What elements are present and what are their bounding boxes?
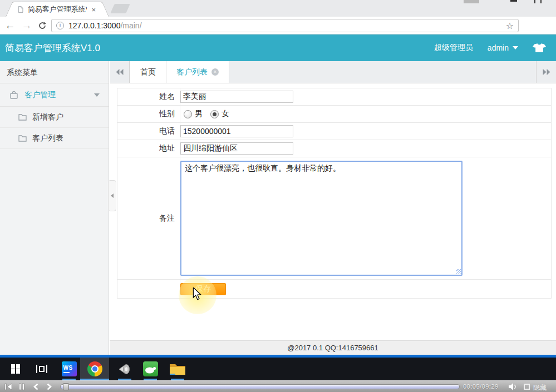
double-arrow-left-icon	[116, 69, 124, 75]
url-host: 127.0.0.1:3000	[68, 21, 120, 30]
collapse-left-icon	[111, 193, 114, 198]
chrome-icon	[87, 361, 102, 376]
app-header: 简易客户管理系统V1.0 超级管理员 admin	[0, 34, 556, 61]
reload-icon[interactable]	[35, 17, 50, 34]
forward-icon: →	[19, 17, 35, 34]
url-path: /main/	[120, 21, 141, 30]
folder-icon	[18, 113, 27, 121]
sidebar-group-label: 客户管理	[24, 90, 56, 100]
address-label: 地址	[117, 140, 180, 157]
previous-button[interactable]	[31, 382, 41, 391]
window-close-icon[interactable]	[534, 0, 542, 3]
window-maximize-icon[interactable]	[510, 0, 517, 2]
sidebar-item-label: 客户列表	[32, 133, 63, 143]
sidebar-item-add-customer[interactable]: 新增客户	[0, 107, 109, 128]
skip-to-start-button[interactable]	[3, 382, 13, 391]
tabs-scroll-left-button[interactable]	[110, 61, 130, 83]
hide-checkbox[interactable]	[524, 384, 530, 390]
user-menu[interactable]: admin	[488, 43, 518, 52]
start-button[interactable]	[4, 358, 27, 380]
remark-textarea[interactable]: 这个客户很漂亮，也很耿直。身材非常的好。	[180, 161, 462, 276]
green-app-icon	[143, 361, 158, 376]
sidebar-collapse-handle[interactable]	[108, 180, 116, 211]
form-row-save: 保存	[117, 280, 551, 299]
video-player-bar: 00:05/09:29 隐藏	[0, 380, 556, 392]
sidebar-item-label: 新增客户	[32, 112, 63, 122]
gender-female-label: 女	[222, 109, 229, 119]
webstorm-icon: WS	[62, 361, 77, 376]
chrome-taskbar-button[interactable]	[80, 358, 109, 380]
page-info-icon[interactable]: i	[56, 22, 64, 29]
address-bar[interactable]: i 127.0.0.1:3000/main/ ☆	[51, 19, 519, 32]
gender-label: 性别	[117, 106, 180, 122]
gender-male-option[interactable]: 男	[184, 109, 203, 119]
tab-home[interactable]: 首页	[130, 61, 166, 83]
phone-label: 电话	[117, 123, 180, 140]
username: admin	[488, 43, 509, 52]
audio-app-taskbar-button[interactable]	[114, 358, 136, 380]
new-tab-button[interactable]	[110, 4, 130, 13]
page-footer: @2017 0.1 QQ:1416759661	[110, 340, 556, 355]
windows-taskbar: WS	[0, 358, 556, 380]
tab-close-icon[interactable]: ×	[91, 6, 96, 13]
window-minimize-icon[interactable]	[464, 0, 479, 3]
tabs-scroll-right-button[interactable]	[536, 61, 556, 83]
sidebar-group-customer-management[interactable]: 客户管理	[0, 83, 109, 107]
task-view-icon	[36, 365, 47, 373]
volume-icon[interactable]	[508, 383, 518, 391]
page-document-icon	[18, 6, 23, 13]
caret-down-icon	[513, 46, 518, 49]
address-input[interactable]	[180, 142, 293, 155]
content-tab-bar: 首页 客户列表 ×	[110, 61, 556, 83]
name-input[interactable]	[180, 91, 293, 103]
bookmark-star-icon[interactable]: ☆	[506, 21, 514, 31]
tab-label: 首页	[140, 67, 156, 77]
radio-female-checked[interactable]	[210, 110, 219, 118]
gender-female-option[interactable]: 女	[210, 109, 229, 119]
remark-label: 备注	[117, 157, 180, 279]
webstorm-taskbar-button[interactable]: WS	[58, 358, 80, 380]
time-display: 00:05/09:29	[463, 383, 499, 390]
pause-button[interactable]	[17, 382, 27, 391]
form-row-phone: 电话	[117, 123, 551, 140]
sidebar: 系统菜单 客户管理 新增客户 客户列表	[0, 61, 109, 355]
back-icon[interactable]: ←	[2, 17, 18, 34]
folder-icon	[18, 135, 27, 142]
browser-tab[interactable]: 简易客户管理系统V1.0 ×	[13, 2, 101, 17]
seek-bar[interactable]	[60, 384, 460, 389]
file-explorer-taskbar-button[interactable]	[166, 358, 189, 380]
name-label: 姓名	[117, 88, 180, 105]
tab-close-icon[interactable]: ×	[211, 68, 219, 76]
task-view-button[interactable]	[31, 358, 52, 380]
seek-handle[interactable]	[63, 383, 69, 390]
textarea-resize-grip[interactable]	[456, 269, 461, 274]
phone-input[interactable]	[180, 125, 293, 137]
radio-male[interactable]	[184, 110, 192, 118]
tab-label: 客户列表	[176, 67, 208, 77]
next-button[interactable]	[44, 382, 54, 391]
shirt-icon[interactable]	[533, 43, 546, 52]
form-row-gender: 性别 男 女	[117, 106, 551, 123]
speaker-app-icon	[117, 362, 132, 376]
windows-logo-icon	[11, 364, 21, 374]
screen: 简易客户管理系统V1.0 × ← → i 127.0.0.1:3000/main…	[0, 0, 556, 392]
tab-customer-list[interactable]: 客户列表 ×	[166, 61, 229, 83]
user-role-label: 超级管理员	[434, 43, 473, 53]
bag-icon	[9, 91, 18, 100]
hide-label[interactable]: 隐藏	[533, 383, 547, 392]
sidebar-title: 系统菜单	[0, 61, 109, 83]
form-row-name: 姓名	[117, 88, 551, 106]
sidebar-item-customer-list[interactable]: 客户列表	[0, 128, 109, 149]
form-row-address: 地址	[117, 140, 551, 157]
folder-explorer-icon	[169, 363, 186, 376]
gender-male-label: 男	[195, 109, 203, 119]
green-app-taskbar-button[interactable]	[139, 358, 161, 380]
browser-tab-title: 简易客户管理系统V1.0	[28, 4, 87, 14]
double-arrow-right-icon	[543, 69, 550, 75]
browser-tabstrip: 简易客户管理系统V1.0 ×	[0, 0, 556, 17]
save-button[interactable]: 保存	[180, 283, 226, 295]
app-title: 简易客户管理系统V1.0	[0, 42, 100, 54]
form-row-remark: 备注 这个客户很漂亮，也很耿直。身材非常的好。	[117, 157, 551, 280]
chevron-down-icon	[94, 93, 100, 97]
customer-form: 姓名 性别 男 女 电话	[117, 88, 552, 299]
